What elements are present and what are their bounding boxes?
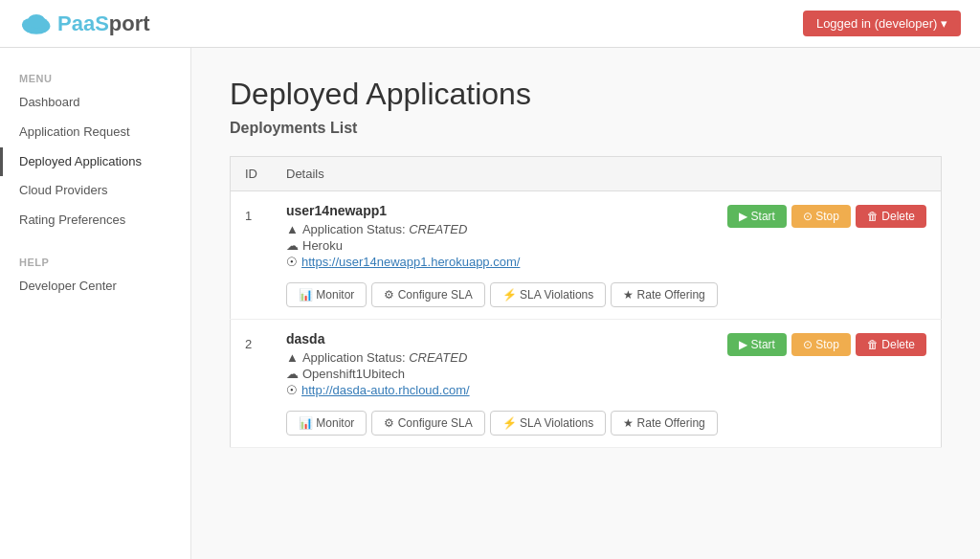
deploy-row-id: 2 xyxy=(231,320,273,448)
deploy-details-cell: user14newapp1▲Application Status: CREATE… xyxy=(272,191,942,320)
sidebar-item-deployed-applications[interactable]: Deployed Applications xyxy=(0,147,190,177)
btn-sla-violations[interactable]: ⚡ SLA Violations xyxy=(490,411,607,436)
sidebar-item-cloud-providers[interactable]: Cloud Providers xyxy=(0,176,190,206)
deploy-url: ☉http://dasda-auto.rhcloud.com/ xyxy=(286,383,718,397)
provider-name: Openshift1Ubitech xyxy=(302,367,405,381)
page-title: Deployed Applications xyxy=(230,77,942,112)
start-button-1[interactable]: ▶ Start xyxy=(727,333,787,356)
sidebar-item-dashboard[interactable]: Dashboard xyxy=(0,88,190,118)
deploy-link[interactable]: https://user14newapp1.herokuapp.com/ xyxy=(301,255,520,269)
deploy-control-buttons: ▶ Start⊙ Stop🗑 Delete xyxy=(727,331,926,436)
menu-label: MENU xyxy=(0,67,190,88)
deploy-row-id: 1 xyxy=(231,191,273,320)
btn-rate-offering[interactable]: ★ Rate Offering xyxy=(611,411,717,436)
logo-paas: PaaS xyxy=(57,11,109,36)
sidebar-item-application-request[interactable]: Application Request xyxy=(0,118,190,147)
logo-port: port xyxy=(109,11,150,36)
deployments-table: ID Details 1user14newapp1▲Application St… xyxy=(230,156,942,448)
login-button[interactable]: Logged in (developer) ▾ xyxy=(803,11,961,36)
table-row: 2dasda▲Application Status: CREATED☁Opens… xyxy=(231,320,942,448)
deploy-name: user14newapp1 xyxy=(286,203,718,218)
main-content: Deployed Applications Deployments List I… xyxy=(191,48,980,559)
deploy-status: ▲Application Status: CREATED xyxy=(286,222,718,236)
globe-icon: ☉ xyxy=(286,383,298,397)
btn-monitor[interactable]: 📊 Monitor xyxy=(286,282,367,307)
btn-configure-sla[interactable]: ⚙ Configure SLA xyxy=(371,411,484,436)
deploy-action-buttons: 📊 Monitor⚙ Configure SLA⚡ SLA Violations… xyxy=(286,411,718,436)
page-layout: MENU Dashboard Application Request Deplo… xyxy=(0,48,980,559)
provider-name: Heroku xyxy=(302,238,343,253)
sidebar-item-rating-preferences[interactable]: Rating Preferences xyxy=(0,206,190,235)
logo-cloud-icon xyxy=(19,11,54,37)
deploy-link[interactable]: http://dasda-auto.rhcloud.com/ xyxy=(301,383,470,397)
cloud-icon: ☁ xyxy=(286,367,299,381)
col-details: Details xyxy=(272,157,942,191)
deploy-provider: ☁Openshift1Ubitech xyxy=(286,367,718,381)
deploy-info: dasda▲Application Status: CREATED☁Opensh… xyxy=(286,331,718,436)
status-icon: ▲ xyxy=(286,222,299,236)
status-label: Application Status: CREATED xyxy=(302,222,467,236)
deploy-details-cell: dasda▲Application Status: CREATED☁Opensh… xyxy=(272,320,942,448)
status-icon: ▲ xyxy=(286,350,299,365)
btn-rate-offering[interactable]: ★ Rate Offering xyxy=(611,282,717,307)
table-row: 1user14newapp1▲Application Status: CREAT… xyxy=(231,191,942,320)
deploy-provider: ☁Heroku xyxy=(286,238,718,253)
btn-configure-sla[interactable]: ⚙ Configure SLA xyxy=(371,282,484,307)
detail-flex: user14newapp1▲Application Status: CREATE… xyxy=(286,203,926,307)
sidebar-item-developer-center[interactable]: Developer Center xyxy=(0,272,190,302)
deploy-url: ☉https://user14newapp1.herokuapp.com/ xyxy=(286,255,718,269)
page-subtitle: Deployments List xyxy=(230,120,942,137)
stop-button-1[interactable]: ⊙ Stop xyxy=(791,333,851,356)
delete-button-0[interactable]: 🗑 Delete xyxy=(856,205,926,228)
cloud-icon: ☁ xyxy=(286,238,299,253)
logo: PaaSport xyxy=(19,11,150,37)
btn-sla-violations[interactable]: ⚡ SLA Violations xyxy=(490,282,607,307)
start-button-0[interactable]: ▶ Start xyxy=(727,205,787,228)
detail-flex: dasda▲Application Status: CREATED☁Opensh… xyxy=(286,331,926,436)
col-id: ID xyxy=(231,157,273,191)
deploy-control-buttons: ▶ Start⊙ Stop🗑 Delete xyxy=(727,203,926,307)
sidebar: MENU Dashboard Application Request Deplo… xyxy=(0,48,191,559)
btn-monitor[interactable]: 📊 Monitor xyxy=(286,411,367,436)
deploy-info: user14newapp1▲Application Status: CREATE… xyxy=(286,203,718,307)
status-label: Application Status: CREATED xyxy=(302,350,467,365)
svg-point-3 xyxy=(28,13,46,27)
stop-button-0[interactable]: ⊙ Stop xyxy=(791,205,851,228)
header: PaaSport Logged in (developer) ▾ xyxy=(0,0,980,48)
globe-icon: ☉ xyxy=(286,255,298,269)
deploy-action-buttons: 📊 Monitor⚙ Configure SLA⚡ SLA Violations… xyxy=(286,282,718,307)
delete-button-1[interactable]: 🗑 Delete xyxy=(856,333,926,356)
deploy-status: ▲Application Status: CREATED xyxy=(286,350,718,365)
help-label: HELP xyxy=(0,251,190,272)
deploy-name: dasda xyxy=(286,331,718,347)
